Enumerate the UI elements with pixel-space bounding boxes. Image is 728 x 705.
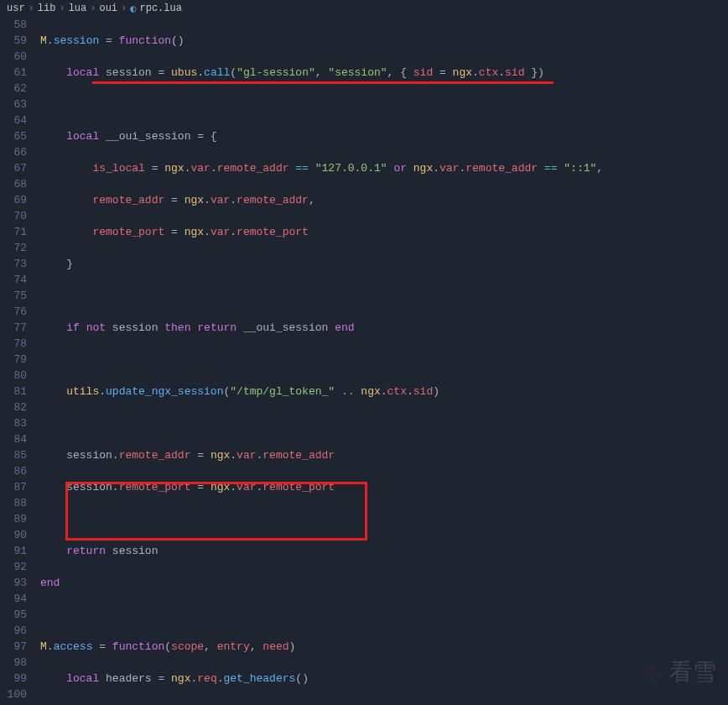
breadcrumb-part[interactable]: lib bbox=[38, 3, 56, 14]
line-number: 75 bbox=[0, 288, 27, 304]
line-number: 61 bbox=[0, 65, 27, 81]
line-number: 70 bbox=[0, 208, 27, 224]
line-number: 98 bbox=[0, 655, 27, 671]
line-number: 84 bbox=[0, 431, 27, 447]
line-number: 86 bbox=[0, 463, 27, 479]
lua-file-icon: ◐ bbox=[130, 3, 136, 15]
line-number: 76 bbox=[0, 304, 27, 320]
line-number: 62 bbox=[0, 81, 27, 97]
line-number: 71 bbox=[0, 224, 27, 240]
line-number: 91 bbox=[0, 543, 27, 559]
watermark: 看雪 bbox=[641, 656, 716, 688]
line-number: 87 bbox=[0, 479, 27, 495]
line-number: 73 bbox=[0, 256, 27, 272]
breadcrumb-part[interactable]: usr bbox=[7, 3, 25, 14]
breadcrumb-part[interactable]: lua bbox=[69, 3, 87, 14]
breadcrumb-part[interactable]: oui bbox=[99, 3, 117, 14]
line-number: 69 bbox=[0, 192, 27, 208]
breadcrumb-separator: › bbox=[121, 3, 127, 14]
line-number: 77 bbox=[0, 320, 27, 336]
line-number: 94 bbox=[0, 591, 27, 607]
line-number: 65 bbox=[0, 128, 27, 144]
line-number: 82 bbox=[0, 400, 27, 415]
line-number: 78 bbox=[0, 336, 27, 352]
breadcrumb-separator: › bbox=[29, 3, 34, 14]
line-number: 96 bbox=[0, 623, 27, 639]
line-number: 97 bbox=[0, 639, 27, 655]
breadcrumb-separator: › bbox=[59, 3, 65, 14]
line-number: 74 bbox=[0, 272, 27, 288]
line-number: 90 bbox=[0, 527, 27, 543]
line-number: 95 bbox=[0, 607, 27, 623]
breadcrumb: usr › lib › lua › oui › ◐ rpc.lua bbox=[0, 0, 728, 17]
line-number: 66 bbox=[0, 144, 27, 160]
line-number: 60 bbox=[0, 49, 27, 65]
line-number: 67 bbox=[0, 160, 27, 176]
line-number: 58 bbox=[0, 17, 27, 33]
line-number: 80 bbox=[0, 368, 27, 384]
line-number: 85 bbox=[0, 447, 27, 463]
line-number: 68 bbox=[0, 176, 27, 192]
line-number: 89 bbox=[0, 511, 27, 527]
annotation-underline bbox=[92, 81, 554, 84]
line-number: 59 bbox=[0, 33, 27, 49]
line-number: 81 bbox=[0, 384, 27, 400]
line-number: 64 bbox=[0, 112, 27, 128]
snowflake-icon bbox=[641, 661, 664, 684]
line-number: 72 bbox=[0, 240, 27, 256]
line-number: 99 bbox=[0, 671, 27, 687]
line-number: 100 bbox=[0, 687, 27, 702]
line-number: 92 bbox=[0, 559, 27, 575]
line-number: 88 bbox=[0, 495, 27, 511]
line-number: 63 bbox=[0, 97, 27, 112]
line-number: 79 bbox=[0, 352, 27, 368]
code-content[interactable]: M.session = function() local session = u… bbox=[40, 17, 728, 705]
line-number: 83 bbox=[0, 415, 27, 431]
breadcrumb-separator: › bbox=[90, 3, 96, 14]
breadcrumb-file[interactable]: rpc.lua bbox=[139, 3, 181, 14]
line-number-gutter: 58 59 60 61 62 63 64 65 66 67 68 69 70 7… bbox=[0, 17, 40, 705]
code-editor[interactable]: 58 59 60 61 62 63 64 65 66 67 68 69 70 7… bbox=[0, 17, 728, 705]
line-number: 93 bbox=[0, 575, 27, 591]
